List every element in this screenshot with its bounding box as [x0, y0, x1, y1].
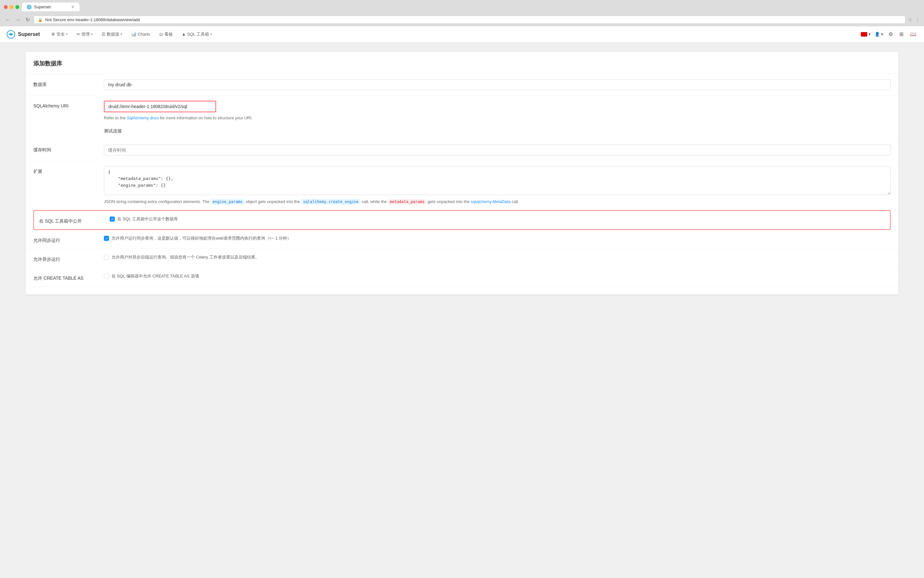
nav-items: ⚙ 安全 ▾ ✏ 管理 ▾ ☰ 数据源 ▾ 📊 Charts 🗂 看板 ▲ SQ… [47, 29, 861, 40]
url-display: Not Secure emr-header-1:18088/databasevi… [45, 17, 140, 22]
close-traffic-light[interactable] [4, 5, 8, 9]
database-field [104, 79, 891, 90]
refresh-button[interactable]: ↻ [24, 16, 31, 23]
nav-item-manage[interactable]: ✏ 管理 ▾ [73, 29, 97, 40]
nav-item-sqltoolbox[interactable]: ▲ SQL 工具箱 ▾ [178, 29, 216, 40]
database-label: 数据库 [33, 79, 104, 88]
dashboard-nav-label: 看板 [164, 31, 173, 37]
extra-helper-mid1: object gets unpacked into the [246, 199, 301, 204]
sqlalchemy-uri-field-row: SQLAlchemy URI Refer to the SqlAlchemy d… [26, 96, 898, 140]
manage-nav-icon: ✏ [77, 32, 80, 37]
addressbar-row: ← → ↻ 🔒 Not Secure emr-header-1:18088/da… [4, 14, 920, 26]
nav-right: ▾ 👤 ▾ ⚙ ⊞ 📖 [861, 30, 918, 39]
cache-timeout-field-row: 缓存时间 [26, 140, 898, 161]
allow-create-table-field-row: 允许 CREATE TABLE AS 在 SQL 编辑器中允许 CREATE T… [26, 268, 898, 287]
datasource-nav-icon: ☰ [102, 32, 105, 37]
helper-pre-text: Refer to the [104, 115, 127, 120]
extra-helper-mid3: gets unpacked into the [428, 199, 471, 204]
extra-helper: JSON string containing extra configurati… [104, 198, 891, 205]
tab-close-btn[interactable]: ✕ [71, 5, 75, 9]
expose-sql-field: 在 SQL 工具箱中公开这个数据库 [110, 216, 885, 222]
allow-create-table-field: 在 SQL 编辑器中允许 CREATE TABLE AS 选项 [104, 273, 891, 279]
bookmark-button[interactable]: ☆ [908, 17, 913, 23]
nav-item-security[interactable]: ⚙ 安全 ▾ [47, 29, 71, 40]
engine-params-tag: engine_params [211, 199, 245, 205]
flag-icon [861, 32, 867, 37]
charts-nav-label: Charts [138, 32, 150, 37]
tab-favicon [27, 5, 31, 9]
browser-tab[interactable]: Superset ✕ [22, 3, 79, 11]
minimize-traffic-light[interactable] [10, 5, 13, 9]
docs-icon-button[interactable]: 📖 [909, 30, 918, 39]
nav-item-datasource[interactable]: ☰ 数据源 ▾ [98, 29, 126, 40]
datasource-chevron-icon: ▾ [120, 32, 122, 36]
allow-sync-label: 允许同步运行 [33, 235, 104, 244]
expose-sql-label: 在 SQL 工具箱中公开 [39, 216, 110, 224]
allow-create-table-label: 允许 CREATE TABLE AS [33, 273, 104, 281]
database-input[interactable] [104, 79, 891, 90]
add-database-form: 添加数据库 数据库 SQLAlchemy URI Refer to the Sq… [26, 52, 898, 294]
allow-async-label: 允许异步运行 [33, 254, 104, 262]
sqltoolbox-nav-label: SQL 工具箱 [187, 31, 209, 37]
create-engine-tag: sqlalchemy.create_engine [301, 199, 360, 205]
menu-button[interactable]: ⋮ [915, 17, 920, 23]
sqltoolbox-chevron-icon: ▾ [210, 32, 212, 36]
expose-sql-field-row: 在 SQL 工具箱中公开 在 SQL 工具箱中公开这个数据库 [33, 210, 891, 230]
forward-button[interactable]: → [14, 16, 22, 23]
extra-helper-pre: JSON string containing extra configurati… [104, 199, 211, 204]
manage-chevron-icon: ▾ [91, 32, 92, 36]
user-chevron-icon: ▾ [881, 32, 883, 37]
back-button[interactable]: ← [4, 16, 11, 23]
database-field-row: 数据库 [26, 74, 898, 96]
allow-create-table-checkbox[interactable] [104, 274, 109, 279]
nav-item-dashboard[interactable]: 🗂 看板 [155, 29, 177, 40]
language-selector[interactable]: ▾ [861, 32, 871, 37]
allow-async-checkbox-wrapper: 允许用户对异步后端运行查询。假设您有一个 Celery 工作者设置以及后端结果。 [104, 254, 891, 260]
extra-field: { "metadata_params": {}, "engine_params"… [104, 166, 891, 205]
tab-title: Superset [34, 5, 51, 9]
cache-timeout-field [104, 144, 891, 156]
form-title: 添加数据库 [26, 60, 898, 74]
browser-chrome: Superset ✕ ← → ↻ 🔒 Not Secure emr-header… [0, 0, 924, 26]
sqlalchemy-uri-field: Refer to the SqlAlchemy docs for more in… [104, 101, 891, 134]
allow-async-checkbox[interactable] [104, 255, 109, 260]
metadata-params-tag: metadata_params [388, 199, 426, 205]
user-avatar-icon: 👤 [875, 32, 880, 37]
allow-async-field-row: 允许异步运行 允许用户对异步后端运行查询。假设您有一个 Celery 工作者设置… [26, 249, 898, 268]
manage-nav-label: 管理 [81, 31, 90, 37]
expose-sql-checkbox-wrapper: 在 SQL 工具箱中公开这个数据库 [110, 216, 885, 222]
user-menu[interactable]: 👤 ▾ [875, 32, 883, 37]
security-nav-label: 安全 [57, 31, 65, 37]
address-bar[interactable]: 🔒 Not Secure emr-header-1:18088/database… [34, 16, 905, 24]
sqltoolbox-nav-icon: ▲ [182, 32, 186, 37]
sqlalchemy-uri-input[interactable] [104, 101, 216, 112]
extra-textarea[interactable]: { "metadata_params": {}, "engine_params"… [104, 166, 891, 195]
nav-item-charts[interactable]: 📊 Charts [127, 29, 154, 39]
allow-sync-helper: 允许用户运行同步查询，这是默认值，可以很好地处理在web请求范围内执行的查询（<… [112, 235, 292, 242]
cache-timeout-input[interactable] [104, 144, 891, 156]
allow-create-table-checkbox-wrapper: 在 SQL 编辑器中允许 CREATE TABLE AS 选项 [104, 273, 891, 279]
allow-sync-field: 允许用户运行同步查询，这是默认值，可以很好地处理在web请求范围内执行的查询（<… [104, 235, 891, 242]
app-logo[interactable]: Superset [6, 30, 40, 39]
github-icon-button[interactable]: ⊞ [898, 30, 905, 39]
logo-text: Superset [18, 31, 40, 37]
test-connection-button[interactable]: 测试连接 [104, 128, 122, 134]
allow-sync-checkbox-wrapper: 允许用户运行同步查询，这是默认值，可以很好地处理在web请求范围内执行的查询（<… [104, 235, 891, 242]
allow-async-helper: 允许用户对异步后端运行查询。假设您有一个 Celery 工作者设置以及后端结果。 [112, 254, 259, 260]
extra-helper-mid2: call, while the [361, 199, 388, 204]
allow-async-field: 允许用户对异步后端运行查询。假设您有一个 Celery 工作者设置以及后端结果。 [104, 254, 891, 260]
maximize-traffic-light[interactable] [15, 5, 19, 9]
allow-sync-checkbox[interactable] [104, 236, 109, 241]
allow-sync-field-row: 允许同步运行 允许用户运行同步查询，这是默认值，可以很好地处理在web请求范围内… [26, 230, 898, 249]
language-chevron-icon: ▾ [869, 32, 871, 37]
sqlalchemy-uri-label: SQLAlchemy URI [33, 101, 104, 109]
expose-sql-checkbox[interactable] [110, 216, 115, 222]
settings-icon-button[interactable]: ⚙ [887, 30, 894, 39]
page-content: 添加数据库 数据库 SQLAlchemy URI Refer to the Sq… [0, 42, 924, 578]
traffic-lights [4, 5, 19, 9]
allow-create-table-helper: 在 SQL 编辑器中允许 CREATE TABLE AS 选项 [112, 273, 199, 279]
security-chevron-icon: ▾ [66, 32, 68, 36]
sqlalchemy-docs-link[interactable]: SqlAlchemy docs [127, 115, 159, 120]
metadata-link[interactable]: sqlalchemy.MetaData [471, 199, 511, 204]
extra-label: 扩展 [33, 166, 104, 174]
